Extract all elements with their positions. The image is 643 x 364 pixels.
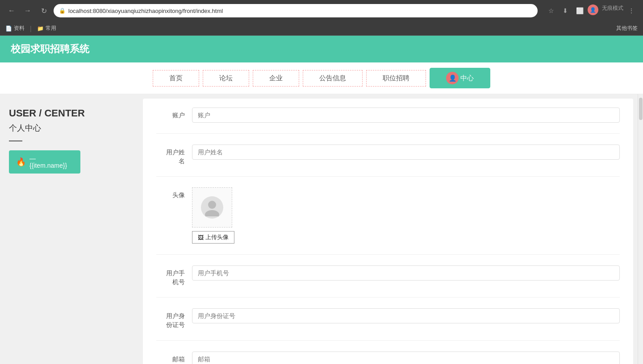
sidebar: USER / CENTER 个人中心 🔥 — {{item.name}} bbox=[0, 94, 143, 364]
main-content: USER / CENTER 个人中心 🔥 — {{item.name}} 账户 … bbox=[0, 94, 643, 364]
url-text: localhost:8080/xiaoyuanqiuzhizhaopinxito… bbox=[68, 8, 223, 14]
email-label: 邮箱 bbox=[156, 352, 192, 364]
avatar-image bbox=[201, 196, 223, 219]
refresh-button[interactable]: ↻ bbox=[38, 4, 50, 17]
bookmarks-bar: 📄 资料 | 📁 常用 其他书签 bbox=[0, 21, 643, 36]
phone-row: 用户手机号 bbox=[156, 265, 620, 298]
nav-center[interactable]: 👤 中心 bbox=[430, 68, 490, 88]
sidebar-divider bbox=[9, 141, 22, 141]
nav-forum[interactable]: 论坛 bbox=[203, 70, 249, 87]
bookmark-item[interactable]: 📄 资料 bbox=[5, 25, 25, 32]
browser-chrome: ← → ↻ 🔒 localhost:8080/xiaoyuanqiuzhizha… bbox=[0, 0, 643, 21]
browser-actions: ☆ ⬇ ⬜ 👤 无痕模式 ⋮ bbox=[545, 4, 638, 17]
nav-company[interactable]: 企业 bbox=[253, 70, 299, 87]
menu-button[interactable]: ⋮ bbox=[625, 4, 638, 17]
bookmark-item-2[interactable]: 📁 常用 bbox=[37, 25, 56, 32]
email-input[interactable] bbox=[192, 352, 620, 364]
idcard-label: 用户身份证号 bbox=[156, 308, 192, 329]
profile-button[interactable]: 👤 bbox=[588, 4, 598, 15]
star-button[interactable]: ☆ bbox=[545, 4, 557, 17]
svg-point-0 bbox=[208, 201, 216, 209]
center-avatar-icon: 👤 bbox=[446, 72, 459, 84]
account-row: 账户 bbox=[156, 108, 620, 134]
email-row: 邮箱 bbox=[156, 352, 620, 364]
upload-label: 上传头像 bbox=[205, 233, 229, 241]
avatar-label: 头像 bbox=[156, 187, 192, 200]
download-button[interactable]: ⬇ bbox=[559, 4, 572, 17]
address-bar[interactable]: 🔒 localhost:8080/xiaoyuanqiuzhizhaopinxi… bbox=[54, 4, 538, 17]
nav-center-label: 中心 bbox=[460, 74, 474, 83]
user-silhouette-icon bbox=[203, 199, 221, 216]
username-label: 用户姓名 bbox=[156, 145, 192, 165]
app-title: 校园求职招聘系统 bbox=[11, 42, 89, 56]
app-header: 校园求职招聘系统 bbox=[0, 36, 643, 62]
nav-bar: 首页 论坛 企业 公告信息 职位招聘 👤 中心 bbox=[0, 62, 643, 94]
account-input[interactable] bbox=[192, 108, 620, 123]
scrollbar-thumb[interactable] bbox=[639, 98, 643, 120]
username-input[interactable] bbox=[192, 145, 620, 160]
svg-point-1 bbox=[205, 210, 219, 216]
nav-notices[interactable]: 公告信息 bbox=[303, 70, 363, 87]
sidebar-menu-label: — {{item.name}} bbox=[29, 155, 73, 169]
idcard-row: 用户身份证号 bbox=[156, 308, 620, 340]
phone-label: 用户手机号 bbox=[156, 265, 192, 286]
scrollbar[interactable] bbox=[638, 94, 643, 364]
account-label: 账户 bbox=[156, 108, 192, 120]
form-area: 账户 用户姓名 头像 🖼 bbox=[143, 99, 633, 364]
sidebar-menu-item[interactable]: 🔥 — {{item.name}} bbox=[9, 150, 80, 174]
window-button[interactable]: ⬜ bbox=[573, 4, 586, 17]
phone-input[interactable] bbox=[192, 265, 620, 281]
fire-icon: 🔥 bbox=[16, 157, 26, 167]
lock-icon: 🔒 bbox=[59, 8, 66, 14]
idcard-input[interactable] bbox=[192, 308, 620, 323]
upload-avatar-button[interactable]: 🖼 上传头像 bbox=[192, 231, 234, 244]
avatar-row: 头像 🖼 上传头像 bbox=[156, 187, 620, 255]
sidebar-title-en: USER / CENTER bbox=[9, 108, 134, 119]
bookmark-right: 其他书签 bbox=[616, 25, 638, 32]
nav-jobs[interactable]: 职位招聘 bbox=[366, 70, 426, 87]
upload-icon: 🖼 bbox=[198, 234, 204, 241]
incognito-label: 无痕模式 bbox=[600, 4, 623, 17]
nav-home[interactable]: 首页 bbox=[153, 70, 199, 87]
username-row: 用户姓名 bbox=[156, 145, 620, 177]
back-button[interactable]: ← bbox=[5, 4, 18, 17]
avatar-area: 🖼 上传头像 bbox=[192, 187, 234, 244]
avatar-preview bbox=[192, 187, 232, 228]
sidebar-title-zh: 个人中心 bbox=[9, 123, 134, 133]
forward-button[interactable]: → bbox=[21, 4, 34, 17]
